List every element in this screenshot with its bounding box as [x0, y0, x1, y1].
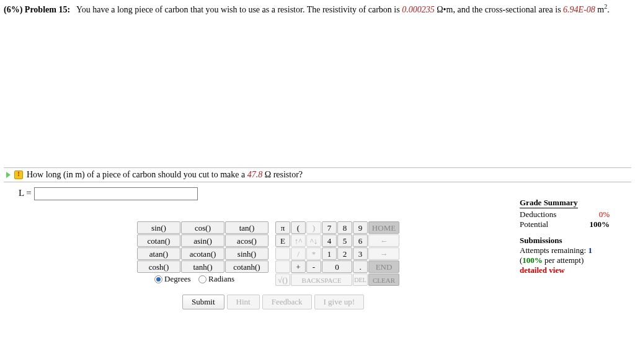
- area-unit-base: m: [597, 5, 604, 14]
- asin-button[interactable]: asin(): [181, 234, 224, 247]
- question-value: 47.8: [247, 170, 263, 179]
- num2-button[interactable]: 2: [337, 247, 352, 260]
- clear-button[interactable]: CLEAR: [368, 273, 399, 286]
- acos-button[interactable]: acos(): [225, 234, 269, 247]
- function-keys: sin() cos() tan() cotan() asin() acos() …: [137, 221, 269, 286]
- num8-button[interactable]: 8: [337, 221, 352, 234]
- attempts-label: Attempts remaining:: [520, 246, 588, 255]
- cosh-button[interactable]: cosh(): [137, 260, 180, 273]
- rparen-button[interactable]: ): [306, 221, 321, 234]
- num9-button[interactable]: 9: [353, 221, 368, 234]
- sinh-button[interactable]: sinh(): [225, 247, 269, 260]
- right-button[interactable]: →: [368, 247, 399, 260]
- degrees-radio[interactable]: [154, 275, 162, 283]
- grade-summary-header: Grade Summary: [520, 198, 578, 208]
- num7-button[interactable]: 7: [322, 221, 337, 234]
- num3-button[interactable]: 3: [353, 247, 368, 260]
- radians-label: Radians: [208, 274, 234, 284]
- grade-summary: Grade Summary Deductions 0% Potential 10…: [520, 198, 619, 275]
- detailed-view-link[interactable]: detailed view: [520, 265, 619, 275]
- minus-button[interactable]: -: [306, 260, 321, 273]
- question-bar: How long (in m) of a piece of carbon sho…: [4, 167, 631, 182]
- num6-button[interactable]: 6: [353, 234, 368, 247]
- expand-icon[interactable]: [6, 172, 11, 178]
- cotanh-button[interactable]: cotanh(): [225, 260, 269, 273]
- problem-text-1: You have a long piece of carbon that you…: [76, 5, 402, 14]
- home-button[interactable]: HOME: [368, 221, 399, 234]
- feedback-button[interactable]: Feedback: [262, 295, 312, 309]
- num5-button[interactable]: 5: [337, 234, 352, 247]
- per-attempt-value: 100%: [522, 255, 543, 265]
- deductions-label: Deductions: [520, 210, 556, 220]
- dot-button[interactable]: .: [353, 260, 368, 273]
- lparen-button[interactable]: (: [291, 221, 306, 234]
- numpad: π ( ) 7 8 9 HOME E ↑^ ^↓ 4 5 6 ←: [275, 221, 400, 286]
- slash-button[interactable]: /: [291, 247, 306, 260]
- attempts-value: 1: [588, 246, 592, 255]
- potential-value: 100%: [590, 220, 610, 229]
- question-text-before: How long (in m) of a piece of carbon sho…: [27, 170, 247, 179]
- area-value: 6.94E-08: [563, 5, 595, 14]
- submit-button[interactable]: Submit: [182, 295, 224, 309]
- end-button[interactable]: END: [368, 260, 399, 273]
- question-text-after: Ω resistor?: [262, 170, 303, 179]
- num0-button[interactable]: 0: [322, 260, 352, 273]
- answer-input[interactable]: [34, 187, 198, 200]
- warning-icon: [14, 171, 23, 179]
- radians-radio[interactable]: [198, 275, 206, 283]
- down-button[interactable]: ^↓: [306, 234, 321, 247]
- potential-label: Potential: [520, 220, 548, 229]
- cos-button[interactable]: cos(): [181, 221, 224, 234]
- num1-button[interactable]: 1: [322, 247, 337, 260]
- action-row: Submit Hint Feedback I give up!: [155, 295, 631, 309]
- cotan-button[interactable]: cotan(): [137, 234, 180, 247]
- plus-button[interactable]: +: [291, 260, 306, 273]
- problem-text-2: , and the cross-sectional area is: [453, 5, 563, 14]
- tan-button[interactable]: tan(): [225, 221, 269, 234]
- sin-button[interactable]: sin(): [137, 221, 180, 234]
- resistivity-value: 0.000235: [402, 5, 435, 14]
- giveup-button[interactable]: I give up!: [314, 295, 365, 309]
- left-button[interactable]: ←: [368, 234, 399, 247]
- problem-period: .: [607, 5, 610, 14]
- degrees-label: Degrees: [164, 274, 191, 284]
- per-attempt-b: per attempt): [543, 255, 584, 265]
- blank1-button: [275, 247, 290, 260]
- del-button[interactable]: DEL: [353, 273, 368, 286]
- sqrt-button[interactable]: √(): [275, 273, 290, 286]
- e-button[interactable]: E: [275, 234, 290, 247]
- problem-statement: (6%) Problem 15: You have a long piece o…: [4, 2, 631, 16]
- up-button[interactable]: ↑^: [291, 234, 306, 247]
- star-button[interactable]: *: [306, 247, 321, 260]
- problem-weight: (6%): [4, 5, 22, 14]
- tanh-button[interactable]: tanh(): [181, 260, 224, 273]
- hint-button[interactable]: Hint: [227, 295, 260, 309]
- resistivity-unit: Ω•m: [437, 5, 453, 14]
- atan-button[interactable]: atan(): [137, 247, 180, 260]
- pi-button[interactable]: π: [275, 221, 290, 234]
- backspace-button[interactable]: BACKSPACE: [291, 273, 352, 286]
- submissions-header: Submissions: [520, 236, 619, 246]
- deductions-value: 0%: [599, 210, 610, 220]
- answer-var-label: L =: [19, 188, 34, 198]
- problem-title: Problem 15:: [25, 5, 70, 14]
- blank2-button: [275, 260, 290, 273]
- calculator: sin() cos() tan() cotan() asin() acos() …: [137, 221, 400, 286]
- num4-button[interactable]: 4: [322, 234, 337, 247]
- acotan-button[interactable]: acotan(): [181, 247, 224, 260]
